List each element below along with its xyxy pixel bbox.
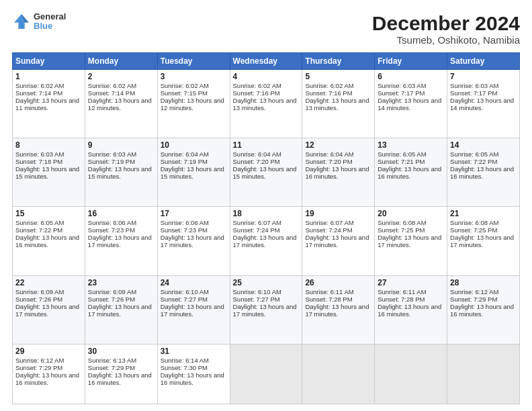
daylight-text: Daylight: 13 hours and 17 minutes. <box>378 234 441 248</box>
table-row: 10Sunrise: 6:04 AMSunset: 7:19 PMDayligh… <box>157 138 230 207</box>
daylight-text: Daylight: 13 hours and 16 minutes. <box>305 165 369 180</box>
table-row: 14Sunrise: 6:05 AMSunset: 7:22 PMDayligh… <box>447 138 520 207</box>
sunrise-text: Sunrise: 6:03 AM <box>450 82 498 89</box>
calendar-table: Sunday Monday Tuesday Wednesday Thursday… <box>12 52 520 404</box>
day-number: 5 <box>305 72 371 81</box>
sunrise-text: Sunrise: 6:08 AM <box>450 219 498 226</box>
sunrise-text: Sunrise: 6:02 AM <box>233 82 281 89</box>
sunrise-text: Sunrise: 6:14 AM <box>161 357 209 364</box>
sunrise-text: Sunrise: 6:04 AM <box>233 150 281 158</box>
table-row: 11Sunrise: 6:04 AMSunset: 7:20 PMDayligh… <box>230 138 302 207</box>
col-wednesday: Wednesday <box>230 53 302 70</box>
sunrise-text: Sunrise: 6:13 AM <box>88 357 136 364</box>
day-number: 28 <box>450 278 517 287</box>
table-row: 16Sunrise: 6:06 AMSunset: 7:23 PMDayligh… <box>85 207 157 275</box>
sunset-text: Sunset: 7:27 PM <box>161 295 208 303</box>
sunset-text: Sunset: 7:24 PM <box>233 226 280 234</box>
table-row: 12Sunrise: 6:04 AMSunset: 7:20 PMDayligh… <box>302 138 375 207</box>
day-number: 16 <box>88 209 154 218</box>
table-row: 20Sunrise: 6:08 AMSunset: 7:25 PMDayligh… <box>375 207 447 275</box>
daylight-text: Daylight: 13 hours and 15 minutes. <box>233 165 297 180</box>
daylight-text: Daylight: 13 hours and 17 minutes. <box>88 303 152 318</box>
sunset-text: Sunset: 7:23 PM <box>88 226 135 234</box>
logo-icon <box>12 12 31 31</box>
sunset-text: Sunset: 7:29 PM <box>15 364 62 371</box>
day-number: 18 <box>233 209 300 218</box>
daylight-text: Daylight: 13 hours and 17 minutes. <box>15 303 79 318</box>
col-monday: Monday <box>85 53 157 70</box>
sunset-text: Sunset: 7:21 PM <box>378 158 425 165</box>
sunset-text: Sunset: 7:26 PM <box>15 295 62 303</box>
sunrise-text: Sunrise: 6:06 AM <box>88 219 136 226</box>
daylight-text: Daylight: 13 hours and 17 minutes. <box>450 234 514 248</box>
header: General Blue December 2024 Tsumeb, Oshik… <box>12 12 520 46</box>
day-number: 15 <box>15 209 82 218</box>
col-saturday: Saturday <box>447 53 520 70</box>
table-row: 24Sunrise: 6:10 AMSunset: 7:27 PMDayligh… <box>157 275 230 344</box>
sunset-text: Sunset: 7:29 PM <box>450 295 497 303</box>
logo-line1: General <box>34 12 66 21</box>
table-row: 1Sunrise: 6:02 AMSunset: 7:14 PMDaylight… <box>13 70 85 138</box>
table-row: 27Sunrise: 6:11 AMSunset: 7:28 PMDayligh… <box>375 275 447 344</box>
sunset-text: Sunset: 7:28 PM <box>305 295 352 303</box>
table-row: 28Sunrise: 6:12 AMSunset: 7:29 PMDayligh… <box>447 275 520 344</box>
sunrise-text: Sunrise: 6:03 AM <box>15 150 64 158</box>
daylight-text: Daylight: 13 hours and 17 minutes. <box>161 234 224 248</box>
day-number: 13 <box>378 140 444 150</box>
sunset-text: Sunset: 7:23 PM <box>161 226 208 234</box>
table-row: 22Sunrise: 6:09 AMSunset: 7:26 PMDayligh… <box>13 275 85 344</box>
daylight-text: Daylight: 13 hours and 17 minutes. <box>305 303 369 318</box>
daylight-text: Daylight: 13 hours and 13 minutes. <box>305 97 369 111</box>
sunset-text: Sunset: 7:29 PM <box>88 364 135 371</box>
day-number: 20 <box>378 209 444 218</box>
table-row: 30Sunrise: 6:13 AMSunset: 7:29 PMDayligh… <box>85 344 157 404</box>
daylight-text: Daylight: 13 hours and 17 minutes. <box>233 303 297 318</box>
table-row: 25Sunrise: 6:10 AMSunset: 7:27 PMDayligh… <box>230 275 302 344</box>
sunrise-text: Sunrise: 6:08 AM <box>378 219 426 226</box>
daylight-text: Daylight: 13 hours and 17 minutes. <box>161 303 224 318</box>
daylight-text: Daylight: 13 hours and 13 minutes. <box>233 97 297 111</box>
daylight-text: Daylight: 13 hours and 17 minutes. <box>88 234 152 248</box>
sunrise-text: Sunrise: 6:05 AM <box>15 219 64 226</box>
sunrise-text: Sunrise: 6:09 AM <box>15 288 64 295</box>
sunset-text: Sunset: 7:30 PM <box>161 364 208 371</box>
col-tuesday: Tuesday <box>157 53 230 70</box>
sunrise-text: Sunrise: 6:02 AM <box>305 82 353 89</box>
sunset-text: Sunset: 7:24 PM <box>305 226 352 234</box>
table-row: 4Sunrise: 6:02 AMSunset: 7:16 PMDaylight… <box>230 70 302 138</box>
day-number: 31 <box>161 347 227 356</box>
day-number: 1 <box>15 72 82 81</box>
sunset-text: Sunset: 7:19 PM <box>88 158 135 165</box>
logo-text: General Blue <box>34 12 66 32</box>
sunrise-text: Sunrise: 6:11 AM <box>378 288 426 295</box>
day-number: 3 <box>161 72 227 81</box>
table-row: 26Sunrise: 6:11 AMSunset: 7:28 PMDayligh… <box>302 275 375 344</box>
sunrise-text: Sunrise: 6:05 AM <box>450 150 498 158</box>
daylight-text: Daylight: 13 hours and 17 minutes. <box>305 234 369 248</box>
daylight-text: Daylight: 13 hours and 11 minutes. <box>15 97 79 111</box>
sunrise-text: Sunrise: 6:10 AM <box>161 288 209 295</box>
day-number: 22 <box>15 278 82 287</box>
calendar-header-row: Sunday Monday Tuesday Wednesday Thursday… <box>13 53 520 70</box>
sunset-text: Sunset: 7:26 PM <box>88 295 135 303</box>
sunrise-text: Sunrise: 6:12 AM <box>15 357 64 364</box>
sunrise-text: Sunrise: 6:03 AM <box>378 82 426 89</box>
calendar-subtitle: Tsumeb, Oshikoto, Namibia <box>372 34 520 46</box>
sunrise-text: Sunrise: 6:12 AM <box>450 288 498 295</box>
sunrise-text: Sunrise: 6:04 AM <box>305 150 353 158</box>
table-row: 29Sunrise: 6:12 AMSunset: 7:29 PMDayligh… <box>13 344 85 404</box>
daylight-text: Daylight: 13 hours and 16 minutes. <box>15 234 79 248</box>
calendar-title: December 2024 <box>372 12 520 34</box>
sunrise-text: Sunrise: 6:11 AM <box>305 288 353 295</box>
table-row: 31Sunrise: 6:14 AMSunset: 7:30 PMDayligh… <box>157 344 230 404</box>
page: General Blue December 2024 Tsumeb, Oshik… <box>0 0 532 411</box>
table-row: 15Sunrise: 6:05 AMSunset: 7:22 PMDayligh… <box>13 207 85 275</box>
daylight-text: Daylight: 13 hours and 16 minutes. <box>161 371 224 386</box>
sunset-text: Sunset: 7:19 PM <box>161 158 208 165</box>
sunrise-text: Sunrise: 6:05 AM <box>378 150 426 158</box>
day-number: 21 <box>450 209 517 218</box>
sunset-text: Sunset: 7:20 PM <box>305 158 352 165</box>
sunrise-text: Sunrise: 6:04 AM <box>161 150 209 158</box>
daylight-text: Daylight: 13 hours and 15 minutes. <box>88 165 152 180</box>
day-number: 2 <box>88 72 154 81</box>
